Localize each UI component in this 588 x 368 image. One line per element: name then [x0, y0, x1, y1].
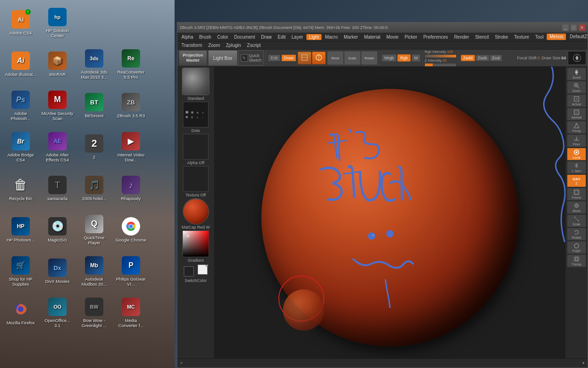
desktop-icon-chrome[interactable]: Google Chrome [113, 209, 149, 251]
m-button[interactable]: M [412, 54, 421, 62]
menu-movie[interactable]: Movie [384, 34, 401, 40]
menu-layer[interactable]: Layer [289, 34, 306, 40]
desktop-icon-recycle-bin[interactable]: 🗑 Recycle Bin [2, 168, 39, 209]
local-button[interactable]: Local [567, 148, 586, 161]
desktop-icon-illustrator[interactable]: Ai Adobe Illustrat... [2, 44, 39, 85]
rgb-intensity-slider[interactable] [424, 54, 457, 58]
z-intensity-slider[interactable] [424, 63, 457, 67]
menu-zscript[interactable]: Zscript [244, 42, 264, 48]
scroll-button[interactable]: Scroll [567, 68, 586, 80]
lsym-button[interactable]: L.Sym [567, 161, 586, 174]
floor-button[interactable]: Floor [567, 134, 586, 147]
menu-macro[interactable]: Macro [322, 34, 340, 40]
menu-stroke[interactable]: Stroke [492, 34, 511, 40]
menu-tool[interactable]: Tool [532, 34, 546, 40]
color-gradient[interactable] [182, 230, 209, 257]
swap-color-icon[interactable]: ⇄ [205, 264, 209, 268]
alpha-thumbnail[interactable] [183, 134, 209, 160]
menu-draw[interactable]: Draw [258, 34, 274, 40]
foreground-color[interactable] [184, 266, 194, 276]
rgb-button[interactable]: Rgb [397, 54, 411, 62]
scale-button[interactable]: Scale [344, 51, 361, 65]
move-button[interactable]: Move [327, 51, 344, 65]
mrgb-button[interactable]: Mrgb [382, 54, 397, 62]
menu-defaultzscript[interactable]: DefaultZScript [567, 34, 588, 40]
scale-right-button[interactable]: Scale [567, 214, 586, 227]
desktop-icon-hp-photosmart[interactable]: HP HP Photosm... [2, 209, 39, 251]
gxyz-button[interactable]: GXY Z [567, 174, 586, 187]
draw-button[interactable]: Draw [281, 54, 296, 62]
desktop-icon-winrar[interactable]: 📦 WinRAR [39, 44, 76, 85]
menu-render[interactable]: Render [451, 34, 472, 40]
menu-brush[interactable]: Brush [197, 34, 214, 40]
projection-master-button[interactable]: ProjectionMaster [179, 50, 207, 66]
edit-button[interactable]: Edit [268, 54, 281, 62]
desktop-icon-santacarla[interactable]: T santacarla [39, 168, 76, 209]
menu-color[interactable]: Color [215, 34, 231, 40]
desktop-icon-bowwow[interactable]: BW Bow Wow - Greenlight ... [76, 292, 113, 334]
zadd-button[interactable]: Zadd [461, 55, 475, 61]
edit-icon-button[interactable] [298, 52, 311, 64]
menu-alpha[interactable]: Alpha [179, 34, 196, 40]
menu-zplugin[interactable]: Zplugin [223, 42, 244, 48]
zoom-button[interactable]: Zoom [567, 81, 586, 94]
desktop-icon-shop-hp[interactable]: 🛒 Shop for HP Supplies [2, 251, 39, 292]
desktop-icon-holiday[interactable]: 🎵 2009-holid... [76, 168, 113, 209]
desktop-icon-adobe-cs4[interactable]: Ai ✓ Adobe CS4 [2, 2, 39, 44]
desktop-icon-bittorrent[interactable]: BT BitTorrent [76, 85, 113, 126]
desktop-icon-divx[interactable]: Dx DivX Movies [39, 251, 76, 292]
desktop-icon-internet-video[interactable]: ▶ Internet Video Dow... [113, 126, 149, 168]
desktop-icon-media-converter[interactable]: MC Media Converter f... [113, 292, 149, 334]
scroll-zoom-area[interactable] [568, 51, 586, 65]
menu-preferences[interactable]: Preferences [420, 34, 451, 40]
move-right-button[interactable]: Move [567, 201, 586, 214]
matcap-thumbnail[interactable] [183, 198, 209, 224]
desktop-icon-bridge[interactable]: Br Adobe Bridge CS4 [2, 126, 39, 168]
light-box-button[interactable]: Light Box [208, 50, 237, 66]
desktop-icon-zbrush[interactable]: ZB ZBrush 3.5 R3 [113, 85, 149, 126]
texture-thumbnail[interactable] [183, 166, 209, 192]
rotate-button[interactable]: Rotate [361, 51, 378, 65]
menu-light[interactable]: Light [306, 34, 322, 40]
desktop-icon-magiciso[interactable]: 💿 MagicISO [39, 209, 76, 251]
desktop-icon-mudbox[interactable]: Mb Autodesk Mudbox 20... [76, 251, 113, 292]
desktop-icon-reaconverter[interactable]: Re ReaConverter 5.5 Pro [113, 44, 149, 85]
rotate-right-button[interactable]: Rotate [567, 228, 586, 241]
quick-sketch-button[interactable]: ✎ QuickSketch [238, 50, 264, 66]
transp-button[interactable]: Transp [567, 254, 586, 267]
menu-picker[interactable]: Picker [402, 34, 420, 40]
brush-thumbnail[interactable] [182, 68, 209, 95]
minimize-button[interactable]: _ [562, 24, 569, 31]
desktop-icon-photoshop[interactable]: Ps Adobe Photosh... [2, 85, 39, 126]
draw-icon-button[interactable] [312, 52, 326, 64]
aahalf-button[interactable]: AAHalf [567, 108, 586, 121]
close-button[interactable]: ✕ [579, 24, 585, 31]
persp-button[interactable]: Persp [567, 121, 586, 134]
desktop-icon-firefox[interactable]: Mozilla Firefox [2, 292, 39, 334]
maximize-button[interactable]: □ [571, 24, 577, 31]
menu-stencil[interactable]: Stencil [472, 34, 492, 40]
desktop-icon-hp[interactable]: hp HP Solution Center [39, 2, 76, 44]
menu-edit[interactable]: Edit [275, 34, 288, 40]
menu-menus[interactable]: Menus [547, 34, 566, 40]
desktop-icon-ae[interactable]: AE Adobe After Effects CS4 [39, 126, 76, 168]
menu-document[interactable]: Document [232, 34, 258, 40]
desktop-icon-openoffice[interactable]: OO OpenOffice... 3.1 [39, 292, 76, 334]
desktop-icon-quicktime[interactable]: Q QuickTime Player [76, 209, 113, 251]
menu-marker[interactable]: Marker [341, 34, 361, 40]
desktop-icon-2[interactable]: 2 2 [76, 126, 113, 168]
desktop-icon-philips[interactable]: P Philips GoGear VI... [113, 251, 149, 292]
zsub-button[interactable]: Zsub [475, 55, 489, 61]
desktop-icon-mcafee[interactable]: M McAfee Security Scan [39, 85, 76, 126]
menu-zoom[interactable]: Zoom [205, 42, 223, 48]
desktop-icon-rhapsody[interactable]: ♪ Rhapsody [113, 168, 149, 209]
menu-texture[interactable]: Texture [511, 34, 532, 40]
switch-color[interactable]: ⇄ [183, 264, 209, 277]
zcut-button[interactable]: Zcut [490, 55, 503, 61]
desktop-icon-3ds[interactable]: 3ds Autodesk 3ds Max 2010 3... [76, 44, 113, 85]
menu-transform[interactable]: Transform [179, 42, 205, 48]
actual-button[interactable]: Actual [567, 94, 586, 107]
polyf-button[interactable]: PolyF [567, 241, 586, 254]
zbrush-canvas[interactable] [214, 67, 565, 358]
frame-button[interactable]: Frame [567, 188, 586, 201]
